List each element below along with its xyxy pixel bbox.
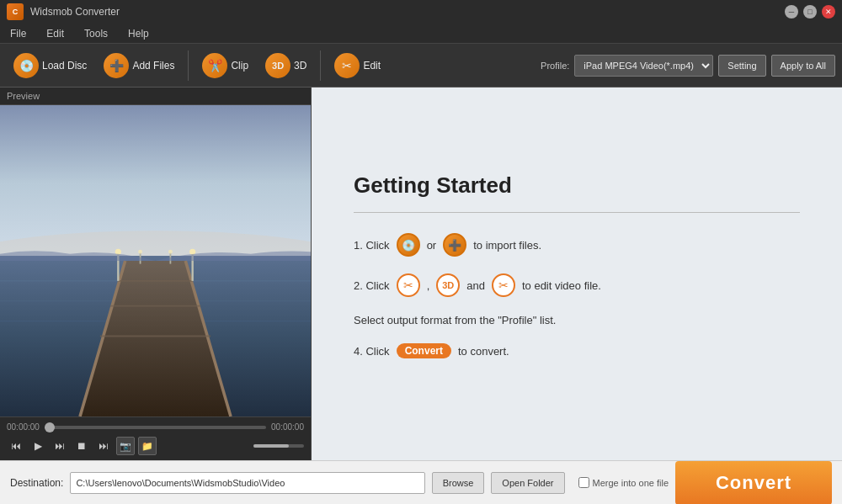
separator-1 bbox=[188, 50, 189, 81]
profile-select[interactable]: iPad MPEG4 Video(*.mp4) bbox=[574, 55, 713, 77]
getting-started-panel: Getting Started 1. Click 💿 or ➕ to impor… bbox=[312, 88, 842, 460]
browse-button[interactable]: Browse bbox=[432, 472, 485, 494]
step-2-comma: , bbox=[427, 279, 430, 292]
maximize-button[interactable]: □ bbox=[803, 5, 817, 19]
bottom-bar: Destination: Browse Open Folder Merge in… bbox=[0, 460, 842, 504]
end-button[interactable]: ⏭ bbox=[94, 437, 113, 455]
step-4-number: 4. Click bbox=[354, 345, 390, 358]
svg-point-22 bbox=[168, 250, 173, 254]
step1-addfile-icon: ➕ bbox=[443, 233, 466, 257]
menu-help[interactable]: Help bbox=[125, 26, 152, 41]
destination-label: Destination: bbox=[10, 477, 63, 489]
skip-back-button[interactable]: ⏮ bbox=[7, 437, 25, 455]
merge-container: Merge into one file bbox=[578, 477, 669, 488]
menu-edit[interactable]: Edit bbox=[43, 26, 67, 41]
step-4: 4. Click Convert to convert. bbox=[354, 343, 800, 358]
step1-disc-icon: 💿 bbox=[397, 233, 420, 257]
profile-label: Profile: bbox=[541, 61, 569, 71]
add-files-button[interactable]: ➕ Add Files bbox=[97, 50, 181, 82]
add-files-icon: ➕ bbox=[104, 53, 129, 78]
skip-forward-button[interactable]: ⏭ bbox=[51, 437, 69, 455]
load-disc-icon: 💿 bbox=[13, 53, 39, 78]
3d-button[interactable]: 3D 3D bbox=[258, 50, 313, 82]
volume-fill bbox=[253, 444, 289, 448]
toolbar: 💿 Load Disc ➕ Add Files ✂️ Clip 3D 3D ✂ … bbox=[0, 44, 842, 88]
preview-label: Preview bbox=[0, 88, 311, 105]
pier-svg bbox=[0, 105, 311, 416]
step2-clip-icon: ✂ bbox=[397, 273, 420, 297]
step-3-text: Select output format from the "Profile" … bbox=[354, 314, 556, 326]
getting-started-title: Getting Started bbox=[354, 172, 800, 199]
step2-edit-icon: ✂ bbox=[492, 273, 515, 297]
time-current: 00:00:00 bbox=[7, 422, 40, 432]
snapshot-button[interactable]: 📷 bbox=[116, 437, 135, 455]
step-4-text: to convert. bbox=[458, 345, 509, 358]
merge-label: Merge into one file bbox=[593, 478, 669, 488]
step-2: 2. Click ✂ , 3D and ✂ to edit video file… bbox=[354, 273, 800, 297]
separator-2 bbox=[320, 50, 321, 81]
main-content: Preview bbox=[0, 88, 842, 460]
title-divider bbox=[354, 212, 800, 213]
menu-tools[interactable]: Tools bbox=[81, 26, 111, 41]
apply-all-button[interactable]: Apply to All bbox=[771, 55, 835, 77]
menu-file[interactable]: File bbox=[7, 26, 29, 41]
merge-checkbox[interactable] bbox=[578, 477, 589, 488]
load-disc-label: Load Disc bbox=[42, 60, 87, 72]
folder-button[interactable]: 📁 bbox=[138, 437, 157, 455]
step-2-and: and bbox=[466, 279, 485, 292]
step-1-text: to import files. bbox=[473, 239, 541, 252]
step-1-number: 1. Click bbox=[354, 239, 390, 252]
3d-icon: 3D bbox=[265, 53, 290, 78]
step-3: Select output format from the "Profile" … bbox=[354, 314, 800, 326]
add-files-label: Add Files bbox=[132, 60, 174, 72]
title-bar-left: C Widsmob Converter bbox=[7, 3, 120, 20]
pier-scene bbox=[0, 105, 311, 416]
step2-3d-icon: 3D bbox=[436, 273, 460, 297]
step-2-number: 2. Click bbox=[354, 279, 390, 292]
title-bar-controls: ─ □ ✕ bbox=[785, 5, 835, 19]
edit-button[interactable]: ✂ Edit bbox=[328, 50, 387, 82]
app-title: Widsmob Converter bbox=[30, 6, 120, 18]
edit-label: Edit bbox=[363, 60, 381, 72]
edit-icon: ✂ bbox=[334, 53, 360, 78]
progress-track[interactable] bbox=[45, 426, 266, 429]
stop-button[interactable]: ⏹ bbox=[72, 437, 91, 455]
clip-icon: ✂️ bbox=[202, 53, 227, 78]
step-1: 1. Click 💿 or ➕ to import files. bbox=[354, 233, 800, 257]
video-controls: 00:00:00 00:00:00 ⏮ ▶ ⏭ ⏹ ⏭ 📷 📁 bbox=[0, 416, 311, 460]
open-folder-button[interactable]: Open Folder bbox=[491, 472, 564, 494]
app-logo: C bbox=[7, 3, 24, 20]
video-preview bbox=[0, 105, 311, 416]
destination-input[interactable] bbox=[70, 472, 424, 494]
step-1-or: or bbox=[427, 239, 437, 252]
progress-thumb[interactable] bbox=[45, 422, 55, 432]
convert-button[interactable]: Convert bbox=[675, 461, 832, 505]
3d-label: 3D bbox=[294, 60, 306, 72]
clip-button[interactable]: ✂️ Clip bbox=[195, 50, 255, 82]
load-disc-button[interactable]: 💿 Load Disc bbox=[7, 50, 93, 82]
time-total: 00:00:00 bbox=[271, 422, 304, 432]
preview-panel: Preview bbox=[0, 88, 312, 460]
title-bar: C Widsmob Converter ─ □ ✕ bbox=[0, 0, 842, 24]
close-button[interactable]: ✕ bbox=[822, 5, 835, 19]
svg-point-20 bbox=[138, 250, 142, 254]
volume-slider[interactable] bbox=[253, 444, 304, 448]
step-2-text: to edit video file. bbox=[522, 279, 601, 292]
step4-convert-inline: Convert bbox=[397, 343, 451, 358]
playback-controls: ⏮ ▶ ⏭ ⏹ ⏭ 📷 📁 bbox=[7, 437, 304, 455]
progress-bar-area: 00:00:00 00:00:00 bbox=[7, 422, 304, 432]
profile-section: Profile: iPad MPEG4 Video(*.mp4) Setting… bbox=[541, 55, 835, 77]
clip-label: Clip bbox=[231, 60, 248, 72]
setting-button[interactable]: Setting bbox=[718, 55, 765, 77]
play-button[interactable]: ▶ bbox=[29, 437, 47, 455]
minimize-button[interactable]: ─ bbox=[785, 5, 798, 19]
menu-bar: File Edit Tools Help bbox=[0, 24, 842, 44]
